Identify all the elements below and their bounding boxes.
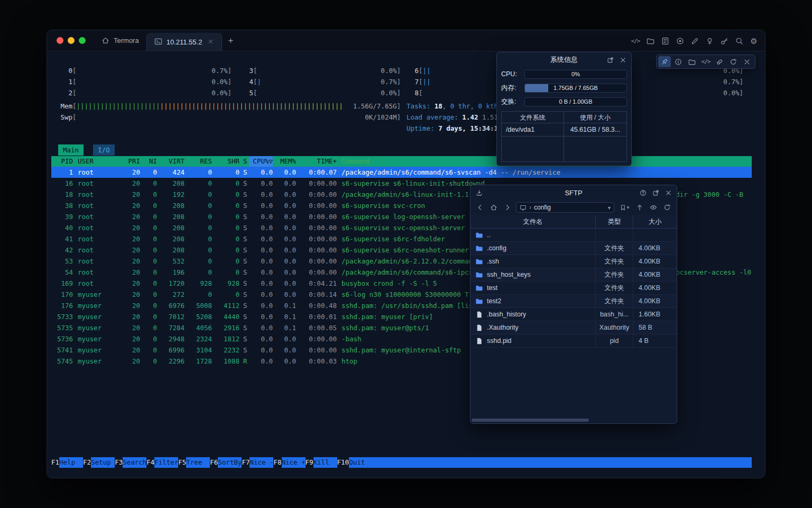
sftp-file-row[interactable]: .bash_historybash_hi...1.60KB xyxy=(470,308,677,321)
htop-tab-main[interactable]: Main xyxy=(58,144,84,156)
fkey-label-f3[interactable]: Search xyxy=(123,457,146,468)
fkey-label-f6[interactable]: SortBy xyxy=(218,457,242,468)
search-icon[interactable] xyxy=(734,36,744,46)
sftp-file-row[interactable]: test2文件夹4.00KB xyxy=(470,295,677,308)
transfers-icon[interactable] xyxy=(475,189,483,197)
sftp-file-row[interactable]: sshd.pidpid4 B xyxy=(470,334,677,348)
close-panel-icon[interactable] xyxy=(619,56,627,64)
fkey-label-f1[interactable]: Help xyxy=(59,457,83,468)
panel-title: 系统信息 xyxy=(550,55,578,65)
tab-termora-home[interactable]: Termora xyxy=(94,30,146,51)
filesystem-table-header: 文件系统 使用 / 大小 xyxy=(502,112,626,123)
info-icon[interactable] xyxy=(672,56,685,67)
fkey-label-f8[interactable]: Nice + xyxy=(282,457,306,468)
fkey-f7[interactable]: F7 xyxy=(242,457,250,468)
forward-icon[interactable] xyxy=(502,202,513,213)
refresh-icon[interactable] xyxy=(662,202,672,213)
parent-directory-icon[interactable] xyxy=(634,202,645,213)
quick-action-bar: </> xyxy=(656,55,755,69)
sftp-file-row[interactable]: ssh_host_keys文件夹4.00KB xyxy=(470,268,677,282)
folder-icon xyxy=(475,284,483,292)
eraser-icon[interactable] xyxy=(713,56,726,67)
sftp-table-header[interactable]: 文件名 类型 大小 xyxy=(470,215,677,229)
scrollbar-thumb[interactable] xyxy=(472,419,589,422)
fkey-f6[interactable]: F6 xyxy=(210,457,218,468)
htop-tab-io[interactable]: I/O xyxy=(93,144,115,156)
code-icon[interactable]: </> xyxy=(699,56,712,67)
col-user[interactable]: USER xyxy=(73,156,124,167)
folder-icon[interactable] xyxy=(686,56,698,67)
fkey-label-f2[interactable]: Setup xyxy=(91,457,115,468)
open-in-window-icon[interactable] xyxy=(652,189,660,197)
fkey-f1[interactable]: F1 xyxy=(51,457,59,468)
process-row-1[interactable]: 1root20042400S0.00.00:00.07/package/admi… xyxy=(51,167,752,178)
col-ni[interactable]: NI xyxy=(140,156,157,167)
process-table-header[interactable]: PID USER PRI NI VIRT RES SHR S CPU%▽ MEM… xyxy=(51,156,752,167)
sftp-file-row[interactable]: .ssh文件夹4.00KB xyxy=(470,255,677,268)
col-pid[interactable]: PID xyxy=(51,156,73,167)
metric-row: 内存:1.75GB / 7.65GB xyxy=(497,81,631,95)
terminal-icon xyxy=(154,38,163,46)
sftp-file-row[interactable]: .. xyxy=(470,229,677,242)
pencil-icon[interactable] xyxy=(690,36,699,46)
close-tab-icon[interactable] xyxy=(208,39,214,45)
zoom-window-button[interactable] xyxy=(79,37,86,44)
record-icon[interactable] xyxy=(675,36,685,46)
col-pri[interactable]: PRI xyxy=(124,156,140,167)
refresh-icon[interactable] xyxy=(727,56,740,67)
col-cpu-sort[interactable]: CPU%▽ xyxy=(249,156,273,167)
probe-icon[interactable] xyxy=(705,36,714,46)
fkey-f9[interactable]: F9 xyxy=(306,457,313,468)
col-time[interactable]: TIME+ xyxy=(296,156,337,167)
metric-row: 交换:0 B / 1.00GB xyxy=(497,95,631,108)
sort-indicator-icon: ▽ xyxy=(269,157,273,165)
chevron-down-icon[interactable]: ▾ xyxy=(608,205,611,211)
col-shr[interactable]: SHR xyxy=(212,156,239,167)
new-tab-button[interactable]: + xyxy=(222,30,239,51)
path-breadcrumb[interactable]: › config ▾ xyxy=(516,202,614,213)
pin-icon[interactable] xyxy=(658,56,671,67)
close-panel-icon[interactable] xyxy=(665,189,672,197)
close-window-button[interactable] xyxy=(57,37,63,44)
open-in-window-icon[interactable] xyxy=(606,56,614,64)
fkey-f2[interactable]: F2 xyxy=(83,457,91,468)
col-state[interactable]: S xyxy=(239,156,249,167)
meter-value: 0K/1024M xyxy=(365,112,396,123)
fkey-label-f9[interactable]: Kill xyxy=(313,457,337,468)
fkey-f10[interactable]: F10 xyxy=(337,457,349,468)
fkey-f5[interactable]: F5 xyxy=(178,457,186,468)
folder-icon[interactable] xyxy=(645,36,655,46)
help-icon[interactable] xyxy=(639,189,647,197)
journal-icon[interactable] xyxy=(660,36,670,46)
fkey-label-f7[interactable]: Nice - xyxy=(250,457,273,468)
fkey-f4[interactable]: F4 xyxy=(146,457,154,468)
minimize-window-button[interactable] xyxy=(68,37,75,44)
fkey-label-f10[interactable]: Quit xyxy=(349,457,373,468)
show-hidden-icon[interactable] xyxy=(648,202,659,213)
back-icon[interactable] xyxy=(475,202,485,213)
code-icon[interactable]: </> xyxy=(631,36,640,46)
close-icon[interactable] xyxy=(741,56,753,67)
fkey-f8[interactable]: F8 xyxy=(273,457,281,468)
folder-icon xyxy=(475,258,483,266)
fkey-label-f5[interactable]: Tree xyxy=(186,457,210,468)
metric-progressbar: 1.75GB / 7.65GB xyxy=(524,84,627,93)
sftp-file-row[interactable]: .config文件夹4.00KB xyxy=(470,242,677,255)
sftp-file-row[interactable]: test文件夹4.00KB xyxy=(470,282,677,295)
fkey-label-f4[interactable]: Filter xyxy=(154,457,178,468)
horizontal-scrollbar[interactable] xyxy=(472,419,676,422)
col-res[interactable]: RES xyxy=(184,156,212,167)
current-folder[interactable]: config xyxy=(534,204,551,211)
panel-title-bar: SFTP xyxy=(470,185,677,200)
bookmarks-button[interactable]: ▾ xyxy=(617,202,631,213)
col-virt[interactable]: VIRT xyxy=(157,156,184,167)
tab-ssh-session[interactable]: 10.211.55.2 xyxy=(146,33,223,51)
sftp-file-row[interactable]: .XauthorityXauthority58 B xyxy=(470,321,677,334)
swap-meter: Swp[0K/1024M] xyxy=(60,112,401,123)
key-icon[interactable] xyxy=(719,36,729,46)
home-icon[interactable] xyxy=(488,202,499,213)
col-mem[interactable]: MEM% xyxy=(273,156,296,167)
gear-icon[interactable]: ⚙ xyxy=(749,36,759,46)
cpu-meter-5: 5[0.0%] xyxy=(241,87,401,98)
fkey-f3[interactable]: F3 xyxy=(115,457,123,468)
